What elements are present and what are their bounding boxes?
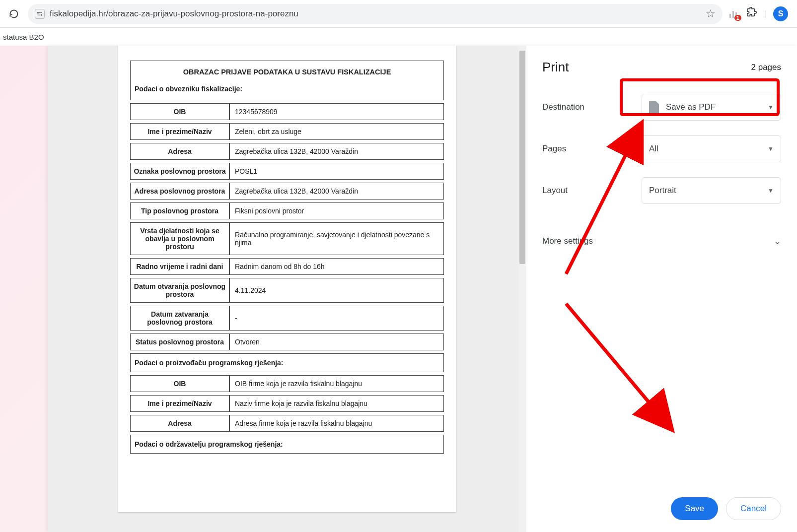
bookmarks-bar: statusa B2O bbox=[0, 28, 797, 46]
chevron-down-icon: ▼ bbox=[768, 104, 774, 111]
form-row-value: - bbox=[229, 306, 444, 331]
form-row: Ime i prezime/NazivZeleni, obrt za uslug… bbox=[130, 123, 444, 140]
form-row-value: OIB firme koja je razvila fiskalnu blaga… bbox=[229, 375, 444, 392]
chevron-down-icon: ⌄ bbox=[774, 236, 781, 247]
form-row-label: Adresa bbox=[130, 415, 229, 432]
form-row: Vrsta djelatnosti koja se obavlja u posl… bbox=[130, 222, 444, 255]
form-row-value: Računalno programiranje, savjetovanje i … bbox=[229, 222, 444, 255]
site-info-icon[interactable] bbox=[35, 9, 45, 19]
layout-label: Layout bbox=[542, 186, 642, 196]
form-row-value: POSL1 bbox=[229, 163, 444, 180]
bookmark-star-icon[interactable]: ☆ bbox=[706, 7, 716, 20]
pdf-icon bbox=[649, 101, 659, 113]
form-row: Adresa poslovnog prostoraZagrebačka ulic… bbox=[130, 183, 444, 200]
form-row: Radno vrijeme i radni daniRadnim danom o… bbox=[130, 258, 444, 275]
form-row-label: Ime i prezime/Naziv bbox=[130, 395, 229, 412]
form-row-label: Status poslovnog prostora bbox=[130, 333, 229, 350]
form-row-label: Adresa poslovnog prostora bbox=[130, 183, 229, 200]
form-row-value: Radnim danom od 8h do 16h bbox=[229, 258, 444, 275]
form-row: OIB12345678909 bbox=[130, 103, 444, 120]
bookmark-item[interactable]: statusa B2O bbox=[3, 33, 44, 41]
form-row: AdresaZagrebačka ulica 132B, 42000 Varaž… bbox=[130, 143, 444, 160]
page-count: 2 pages bbox=[751, 63, 782, 72]
layout-select[interactable]: Portrait ▼ bbox=[642, 177, 781, 204]
extension-chart-icon[interactable]: 1 bbox=[727, 8, 739, 20]
form-row: OIBOIB firme koja je razvila fiskalnu bl… bbox=[130, 375, 444, 392]
svg-rect-2 bbox=[729, 14, 731, 18]
form-title: OBRAZAC PRIJAVE PODATAKA U SUSTAVU FISKA… bbox=[131, 61, 443, 80]
form-row-label: Oznaka poslovnog prostora bbox=[130, 163, 229, 180]
svg-point-0 bbox=[37, 12, 38, 13]
form-row-value: Fiksni poslovni prostor bbox=[229, 202, 444, 219]
form-row-label: Vrsta djelatnosti koja se obavlja u posl… bbox=[130, 222, 229, 255]
extension-badge: 1 bbox=[734, 15, 741, 21]
print-dialog: OBRAZAC PRIJAVE PODATAKA U SUSTAVU FISKA… bbox=[48, 46, 797, 532]
form-section-1: Podaci o obvezniku fiskalizacije: bbox=[131, 80, 443, 100]
form-row-value: Otvoren bbox=[229, 333, 444, 350]
form-row-label: OIB bbox=[130, 375, 229, 392]
form-row-value: Zeleni, obrt za usluge bbox=[229, 123, 444, 140]
url-text: fiskalopedija.hr/obrazac-za-prijavu-posl… bbox=[50, 9, 298, 19]
svg-rect-3 bbox=[732, 11, 734, 18]
form-row: AdresaAdresa firme koja je razvila fiska… bbox=[130, 415, 444, 432]
form-row-label: Adresa bbox=[130, 143, 229, 160]
annotation-arrow-2 bbox=[556, 294, 685, 443]
svg-point-1 bbox=[41, 14, 42, 15]
address-bar[interactable]: fiskalopedija.hr/obrazac-za-prijavu-posl… bbox=[28, 4, 723, 24]
more-settings-toggle[interactable]: More settings ⌄ bbox=[542, 229, 781, 254]
form-row-label: Radno vrijeme i radni dani bbox=[130, 258, 229, 275]
form-row-value: Naziv firme koja je razvila fiskalnu bla… bbox=[229, 395, 444, 412]
destination-label: Destination bbox=[542, 102, 642, 112]
preview-page: OBRAZAC PRIJAVE PODATAKA U SUSTAVU FISKA… bbox=[118, 46, 456, 512]
chevron-down-icon: ▼ bbox=[768, 187, 774, 194]
form-section-2: Podaci o proizvođaču programskog rješenj… bbox=[130, 353, 444, 372]
form-row: Oznaka poslovnog prostoraPOSL1 bbox=[130, 163, 444, 180]
chevron-down-icon: ▼ bbox=[768, 145, 774, 152]
destination-select[interactable]: Save as PDF ▼ bbox=[642, 94, 781, 121]
browser-toolbar: fiskalopedija.hr/obrazac-za-prijavu-posl… bbox=[0, 0, 797, 28]
form-row-value: 12345678909 bbox=[229, 103, 444, 120]
print-settings-pane: Print 2 pages Destination Save as PDF ▼ … bbox=[526, 46, 797, 532]
extensions-icon[interactable] bbox=[746, 7, 757, 20]
form-row-label: Datum otvaranja poslovnog prostora bbox=[130, 278, 229, 303]
svg-line-6 bbox=[566, 304, 670, 428]
reload-button[interactable] bbox=[5, 5, 23, 23]
form-row-label: Datum zatvaranja poslovnog prostora bbox=[130, 306, 229, 331]
form-row-label: OIB bbox=[130, 103, 229, 120]
form-row-label: Tip poslovnog prostora bbox=[130, 202, 229, 219]
save-button[interactable]: Save bbox=[671, 497, 718, 520]
preview-scrollbar[interactable] bbox=[518, 46, 526, 532]
form-row-value: Zagrebačka ulica 132B, 42000 Varaždin bbox=[229, 143, 444, 160]
form-row: Ime i prezime/NazivNaziv firme koja je r… bbox=[130, 395, 444, 412]
form-row: Status poslovnog prostoraOtvoren bbox=[130, 333, 444, 350]
profile-avatar[interactable]: S bbox=[773, 6, 788, 21]
pages-label: Pages bbox=[542, 144, 642, 154]
toolbar-right: 1 | S bbox=[727, 6, 792, 21]
pages-select[interactable]: All ▼ bbox=[642, 135, 781, 162]
cancel-button[interactable]: Cancel bbox=[726, 497, 781, 520]
form-row: Tip poslovnog prostoraFiksni poslovni pr… bbox=[130, 202, 444, 219]
print-title: Print bbox=[542, 60, 569, 75]
form-row-value: Adresa firme koja je razvila fiskalnu bl… bbox=[229, 415, 444, 432]
form-row-value: Zagrebačka ulica 132B, 42000 Varaždin bbox=[229, 183, 444, 200]
form-row-value: 4.11.2024 bbox=[229, 278, 444, 303]
print-preview-pane: OBRAZAC PRIJAVE PODATAKA U SUSTAVU FISKA… bbox=[48, 46, 526, 532]
form-row: Datum zatvaranja poslovnog prostora- bbox=[130, 306, 444, 331]
form-row-label: Ime i prezime/Naziv bbox=[130, 123, 229, 140]
form-section-3: Podaci o održavatelju programskog rješen… bbox=[130, 435, 444, 454]
form-row: Datum otvaranja poslovnog prostora4.11.2… bbox=[130, 278, 444, 303]
